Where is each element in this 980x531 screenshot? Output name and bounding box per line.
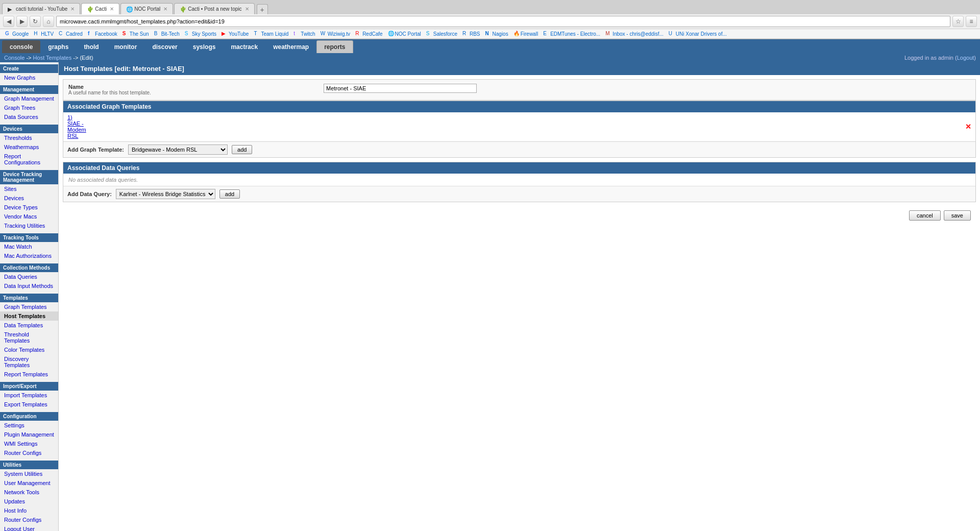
- sidebar-item-logout-user[interactable]: Logout User: [0, 524, 58, 531]
- sidebar-templates-header: Templates: [0, 294, 58, 302]
- sidebar-item-data-templates[interactable]: Data Templates: [0, 321, 58, 330]
- sidebar-item-thresholds[interactable]: Thresholds: [0, 133, 58, 142]
- sidebar-item-settings[interactable]: Settings: [0, 421, 58, 430]
- add-data-query-select[interactable]: Karlnet - Wireless Bridge Statistics SNM…: [116, 189, 215, 199]
- add-graph-template-select[interactable]: Bridgewave - Modem RSL SIAE - Modem RSL …: [128, 144, 228, 155]
- bookmark-inbox[interactable]: MInbox - chris@eddisf...: [603, 30, 666, 37]
- tab-weathermap[interactable]: weathermap: [265, 40, 316, 53]
- sidebar-item-data-sources[interactable]: Data Sources: [0, 112, 58, 122]
- sidebar-item-wmi-settings[interactable]: WMI Settings: [0, 439, 58, 448]
- sidebar-item-devices[interactable]: Devices: [0, 194, 58, 203]
- sidebar-item-system-utilities[interactable]: System Utilities: [0, 469, 58, 478]
- reload-button[interactable]: ↻: [30, 16, 41, 27]
- sidebar-item-data-input[interactable]: Data Input Methods: [0, 281, 58, 291]
- sidebar-item-device-types[interactable]: Device Types: [0, 203, 58, 212]
- forward-button[interactable]: ▶: [16, 16, 28, 27]
- tab-reports[interactable]: reports: [316, 40, 353, 53]
- tab-cacti[interactable]: 🌵 Cacti ✕: [81, 3, 119, 14]
- sidebar-item-graph-trees[interactable]: Graph Trees: [0, 103, 58, 112]
- bookmark-firewall[interactable]: 🔥Firewall: [511, 30, 540, 37]
- bookmark-uni[interactable]: UUNi Xonar Drivers of...: [667, 30, 729, 37]
- tab-close-2[interactable]: ✕: [110, 6, 114, 12]
- address-input[interactable]: [56, 16, 950, 27]
- tab-thold[interactable]: thold: [76, 40, 106, 53]
- sidebar-item-network-tools[interactable]: Network Tools: [0, 488, 58, 497]
- sidebar-item-threshold-templates[interactable]: Threshold Templates: [0, 330, 58, 345]
- tab-discover[interactable]: discover: [144, 40, 185, 53]
- bookmark-icon-firewall: 🔥: [513, 31, 520, 37]
- bookmark-facebook[interactable]: fFacebook: [86, 30, 119, 37]
- home-button[interactable]: ⌂: [43, 16, 54, 27]
- bookmark-cadred[interactable]: CCadred: [57, 30, 85, 37]
- name-input[interactable]: [324, 84, 477, 93]
- bookmark-google[interactable]: GGoogle: [3, 30, 31, 37]
- bookmark-star[interactable]: ☆: [952, 16, 964, 27]
- tab-syslogs[interactable]: syslogs: [185, 40, 224, 53]
- back-button[interactable]: ◀: [3, 16, 14, 27]
- breadcrumb-console[interactable]: Console: [4, 55, 24, 61]
- sidebar-item-vendor-macs[interactable]: Vendor Macs: [0, 212, 58, 221]
- sidebar-item-new-graphs[interactable]: New Graphs: [0, 73, 58, 82]
- bookmark-rbs[interactable]: RRBS: [460, 30, 482, 37]
- tab-close-4[interactable]: ✕: [245, 6, 249, 12]
- tab-cacti-post[interactable]: 🌵 Cacti • Post a new topic ✕: [174, 3, 254, 14]
- sidebar-item-weathermaps[interactable]: Weathermaps: [0, 142, 58, 152]
- sidebar-item-report-templates[interactable]: Report Templates: [0, 370, 58, 379]
- bookmark-sky-sports[interactable]: SSky Sports: [183, 30, 218, 37]
- bookmark-wiziwig[interactable]: WWiziwig.tv: [318, 30, 352, 37]
- bookmark-nagios[interactable]: NNagios: [483, 30, 510, 37]
- remove-graph-template-icon[interactable]: ✕: [965, 123, 971, 131]
- bookmark-salesforce[interactable]: SSalesforce: [424, 30, 459, 37]
- bookmark-edm[interactable]: EEDMTunes - Electro...: [541, 30, 602, 37]
- sidebar-item-graph-templates[interactable]: Graph Templates: [0, 302, 58, 311]
- tab-close-1[interactable]: ✕: [70, 6, 75, 12]
- add-graph-template-button[interactable]: add: [232, 145, 252, 154]
- tab-close-3[interactable]: ✕: [163, 6, 167, 12]
- sidebar-item-plugin-mgmt[interactable]: Plugin Management: [0, 430, 58, 439]
- graph-template-link[interactable]: 1) SIAE - Modem RSL: [67, 114, 86, 139]
- tab-cacti-tutorial[interactable]: ▶ cacti tutorial - YouTube ✕: [2, 3, 80, 14]
- logout-link[interactable]: Logout: [957, 55, 974, 61]
- sidebar-tracking-tools-header: Tracking Tools: [0, 233, 58, 242]
- sidebar-item-user-management[interactable]: User Management: [0, 478, 58, 488]
- sidebar-item-host-info[interactable]: Host Info: [0, 506, 58, 515]
- sidebar-item-mac-auth[interactable]: Mac Authorizations: [0, 251, 58, 260]
- sidebar-item-host-templates[interactable]: Host Templates: [0, 311, 58, 321]
- save-button[interactable]: save: [944, 210, 971, 221]
- bookmark-bit-tech[interactable]: BBit-Tech: [152, 30, 182, 37]
- sidebar-item-color-templates[interactable]: Color Templates: [0, 345, 58, 354]
- sidebar-item-report-configs[interactable]: Report Configurations: [0, 152, 58, 167]
- tab-graphs[interactable]: graphs: [40, 40, 76, 53]
- sidebar-item-updates[interactable]: Updates: [0, 497, 58, 506]
- add-data-query-label: Add Data Query:: [67, 191, 112, 197]
- tab-label-2: Cacti: [95, 6, 107, 12]
- sidebar-item-import-templates[interactable]: Import Templates: [0, 391, 58, 400]
- sidebar-item-data-queries[interactable]: Data Queries: [0, 272, 58, 281]
- sidebar-item-mac-watch[interactable]: Mac Watch: [0, 242, 58, 251]
- sidebar-import-export-header: Import/Export: [0, 382, 58, 391]
- tab-noc-portal[interactable]: 🌐 NOC Portal ✕: [120, 3, 173, 14]
- breadcrumb: Console -> Host Templates -> (Edit): [4, 55, 93, 61]
- new-tab-button[interactable]: +: [257, 4, 268, 14]
- bookmark-hltv[interactable]: HHLTV: [32, 30, 56, 37]
- bookmark-youtube[interactable]: ▶YouTube: [219, 30, 251, 37]
- sidebar-item-router-configs2[interactable]: Router Configs: [0, 515, 58, 524]
- sidebar-item-router-configs[interactable]: Router Configs: [0, 448, 58, 457]
- sidebar-item-graph-management[interactable]: Graph Management: [0, 94, 58, 103]
- tab-console[interactable]: console: [2, 40, 40, 53]
- sidebar-item-discovery-templates[interactable]: Discovery Templates: [0, 354, 58, 370]
- tab-monitor[interactable]: monitor: [107, 40, 145, 53]
- add-data-query-button[interactable]: add: [219, 189, 240, 199]
- cancel-button[interactable]: cancel: [909, 210, 941, 221]
- bookmark-noc-portal[interactable]: 🌐NOC Portal: [386, 30, 423, 37]
- sidebar-item-tracking-utilities[interactable]: Tracking Utilities: [0, 221, 58, 230]
- bookmark-twitch[interactable]: tTwitch: [291, 30, 317, 37]
- sidebar-item-export-templates[interactable]: Export Templates: [0, 400, 58, 409]
- tab-mactrack[interactable]: mactrack: [223, 40, 265, 53]
- breadcrumb-host-templates[interactable]: Host Templates: [33, 55, 72, 61]
- bookmark-redcafe[interactable]: RRedCafe: [353, 30, 384, 37]
- sidebar-item-sites[interactable]: Sites: [0, 184, 58, 194]
- bookmark-team-liquid[interactable]: TTeam Liquid: [252, 30, 290, 37]
- bookmark-the-sun[interactable]: SThe Sun: [120, 30, 151, 37]
- menu-button[interactable]: ≡: [966, 16, 977, 27]
